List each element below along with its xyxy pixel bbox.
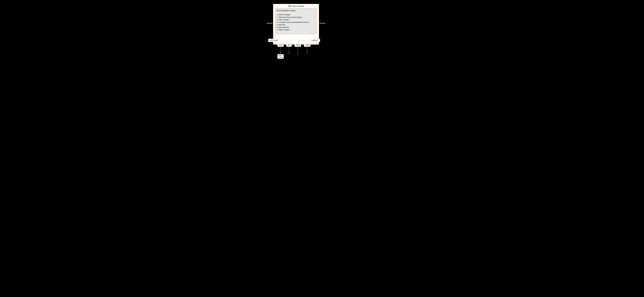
step-6: 6. Map Attributes xyxy=(277,26,316,29)
ldif-flat-file-pill: LDIF flat-file xyxy=(268,39,280,42)
bidirectional-arrow-right-icon xyxy=(319,22,326,24)
smtp-pill: SMTP xyxy=(304,44,310,47)
jmx-pill: JMX xyxy=(286,44,292,47)
metrics-engine-box: Metrics Engine xyxy=(277,54,284,59)
log-files-pill: Log Files xyxy=(309,39,320,42)
step-3: 3. Filter Changes xyxy=(277,19,316,21)
step-5: 5. Map DNs xyxy=(277,24,316,26)
svg-marker-0 xyxy=(266,23,273,24)
metrics-line2: Engine xyxy=(278,57,283,58)
snmp-pill: SNMP xyxy=(294,44,301,47)
server-title: Data Sync Server xyxy=(273,4,319,8)
arrow-down-icon xyxy=(289,47,289,54)
svg-marker-1 xyxy=(319,23,326,24)
engine-steps: 1. Detect Changes 2. Determine Entry (re… xyxy=(277,14,316,31)
diagram-canvas: Data Sync Server Synchronization Engine … xyxy=(221,0,424,74)
arrow-down-icon xyxy=(298,47,298,54)
engine-title: Synchronization Engine xyxy=(277,10,316,12)
step-1: 1. Detect Changes xyxy=(277,14,316,16)
ldap-pill: LDAP xyxy=(277,44,284,47)
arrow-down-icon xyxy=(307,47,307,54)
step-4: 4. Correlate Source and Destination Entr… xyxy=(277,21,316,24)
arrow-down-icon xyxy=(280,47,281,54)
sync-engine-box: Synchronization Engine 1. Detect Changes… xyxy=(275,8,317,34)
data-sync-server-box: Data Sync Server Synchronization Engine … xyxy=(273,4,319,45)
bidirectional-arrow-left-icon xyxy=(266,22,273,24)
metrics-line1: Metrics xyxy=(278,55,283,57)
step-7: 7. Apply Changes xyxy=(277,29,316,31)
step-2: 2. Determine Entry (record) Types xyxy=(277,16,316,19)
